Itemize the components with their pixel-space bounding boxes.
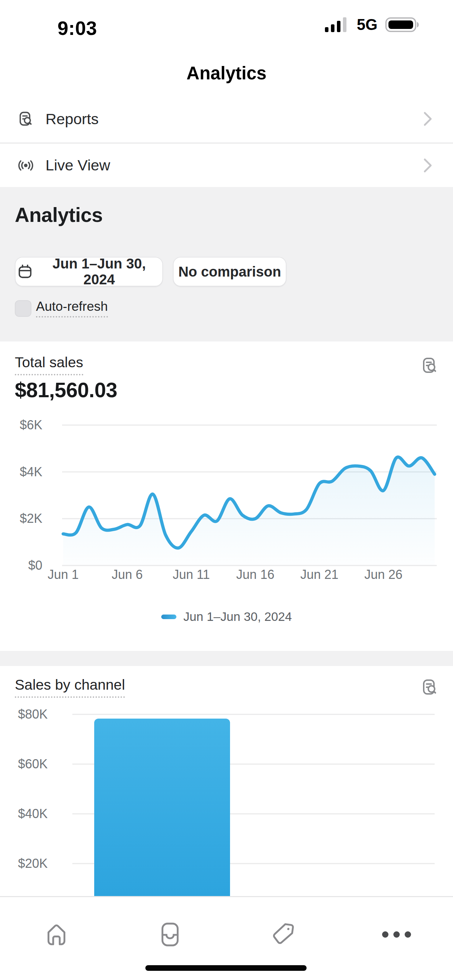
menu-item-live-view[interactable]: Live View <box>0 143 453 187</box>
home-indicator[interactable] <box>145 965 307 971</box>
broadcast-icon <box>18 158 33 173</box>
menu-item-label: Reports <box>46 110 99 128</box>
section-heading: Analytics <box>15 203 103 226</box>
cellular-signal-icon <box>325 17 349 32</box>
legend-series-label: Jun 1–Jun 30, 2024 <box>183 609 292 624</box>
sales-by-channel-bar-chart[interactable]: $20K$40K$60K$80K <box>0 706 453 896</box>
menu-item-reports[interactable]: Reports <box>0 95 453 143</box>
tab-more[interactable] <box>375 913 418 956</box>
x-axis-labels: Jun 1Jun 6Jun 11Jun 16Jun 21Jun 26 <box>0 567 453 585</box>
total-sales-line-chart[interactable]: $0$2K$4K$6K <box>0 418 453 573</box>
total-sales-card: Total sales $81,560.03 <box>0 342 453 651</box>
analytics-screen: 9:03 5G Analytics <box>0 0 453 980</box>
tab-orders[interactable] <box>149 913 191 956</box>
sales-by-channel-title[interactable]: Sales by channel <box>15 677 125 698</box>
battery-icon <box>385 17 420 32</box>
ellipsis-icon <box>382 931 412 938</box>
tab-products[interactable] <box>262 913 304 956</box>
date-range-button[interactable]: Jun 1–Jun 30, 2024 <box>15 257 163 286</box>
menu-item-label: Live View <box>46 157 110 174</box>
auto-refresh-label[interactable]: Auto-refresh <box>36 299 108 318</box>
comparison-button[interactable]: No comparison <box>173 257 286 286</box>
chevron-right-icon <box>423 158 432 173</box>
section-separator <box>0 651 453 666</box>
auto-refresh-checkbox[interactable] <box>15 300 32 317</box>
total-sales-report-button[interactable] <box>421 357 438 374</box>
report-search-icon <box>18 111 33 127</box>
date-range-label: Jun 1–Jun 30, 2024 <box>38 256 160 288</box>
total-sales-value: $81,560.03 <box>15 378 117 402</box>
price-tag-icon <box>272 922 295 947</box>
chart-legend: Jun 1–Jun 30, 2024 <box>0 609 453 624</box>
home-icon <box>45 922 68 947</box>
clock: 9:03 <box>57 17 97 40</box>
analytics-filter-section: Analytics Jun 1–Jun 30, 2024 No comparis… <box>0 187 453 342</box>
sales-by-channel-card: Sales by channel $20K <box>0 666 453 896</box>
legend-series-swatch <box>161 614 176 619</box>
comparison-label: No comparison <box>178 264 281 280</box>
status-indicators: 5G <box>325 16 420 33</box>
network-type-label: 5G <box>357 16 377 33</box>
page-title: Analytics <box>0 63 453 84</box>
status-bar: 9:03 5G <box>0 0 453 46</box>
tab-home[interactable] <box>35 913 78 956</box>
total-sales-title[interactable]: Total sales <box>15 354 83 375</box>
orders-tray-icon <box>159 922 181 947</box>
calendar-icon <box>17 264 32 279</box>
chevron-right-icon <box>423 111 432 126</box>
auto-refresh-row: Auto-refresh <box>15 299 108 318</box>
sales-by-channel-report-button[interactable] <box>421 679 438 696</box>
